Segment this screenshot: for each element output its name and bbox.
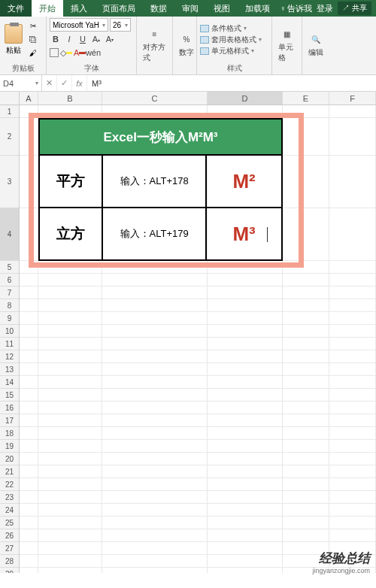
formula-input[interactable]: M³ [87,79,376,88]
format-painter-button[interactable]: 🖌 [26,47,40,59]
font-color-button[interactable]: A [74,47,86,59]
fill-color-button[interactable]: ◇ [60,47,72,59]
content-title[interactable]: Excel一秒输入M²M³ [38,118,283,156]
cancel-button[interactable]: ✕ [42,75,57,91]
cell-B4[interactable]: 立方 [40,208,103,259]
row-head-1[interactable]: 1 [0,105,19,118]
enter-button[interactable]: ✓ [57,75,72,91]
cell-D4[interactable]: M³ [207,208,281,259]
bucket-icon: ◇ [60,48,66,58]
row-head-21[interactable]: 21 [0,465,19,478]
tab-file[interactable]: 文件 [0,0,32,17]
row-head-22[interactable]: 22 [0,478,19,491]
magnifier-icon: 🔍 [308,32,323,47]
row-head-23[interactable]: 23 [0,491,19,504]
row-head-17[interactable]: 17 [0,414,19,427]
row-head-4[interactable]: 4 [0,208,19,261]
font-size-select[interactable]: 26▾ [110,18,131,32]
tab-review[interactable]: 审阅 [174,0,206,17]
tab-data[interactable]: 数据 [143,0,174,17]
watermark-cn: 经验总结 [312,550,370,567]
row-head-20[interactable]: 20 [0,453,19,465]
cell-D3[interactable]: M² [207,156,281,207]
row-head-10[interactable]: 10 [0,325,19,338]
group-clipboard: 粘贴 ✂ ⿻ 🖌 剪贴板 [0,17,47,74]
tab-layout[interactable]: 页面布局 [95,0,143,17]
font-grow-button[interactable]: A▴ [90,33,102,45]
select-all[interactable] [0,92,20,105]
watermark-en: jingyanzongjie.com [312,567,370,574]
row-head-13[interactable]: 13 [0,363,19,376]
cell-C4[interactable]: 输入：ALT+179 [103,208,207,259]
row-head-16[interactable]: 16 [0,402,19,414]
watermark: 经验总结 jingyanzongjie.com [312,550,370,574]
row-head-14[interactable]: 14 [0,376,19,389]
row-head-5[interactable]: 5 [0,261,19,274]
cells-button[interactable]: ▦ 单元格 [275,25,299,65]
row-head-15[interactable]: 15 [0,389,19,402]
row-head-11[interactable]: 11 [0,338,19,350]
conditional-format-button[interactable]: 条件格式▾ [200,23,262,34]
cell-C3[interactable]: 输入：ALT+178 [103,156,207,207]
number-button[interactable]: % 数字 [176,30,197,59]
x-icon: ✕ [46,78,53,88]
row-head-19[interactable]: 19 [0,440,19,453]
cell-style-icon [200,47,209,55]
ribbon: 粘贴 ✂ ⿻ 🖌 剪贴板 Microsoft YaH▾ 26▾ B I U A▴… [0,17,376,75]
tab-insert[interactable]: 插入 [63,0,95,17]
row-head-28[interactable]: 28 [0,555,19,568]
row-head-18[interactable]: 18 [0,427,19,440]
copy-button[interactable]: ⿻ [26,34,40,46]
row-head-8[interactable]: 8 [0,299,19,312]
border-button[interactable] [50,48,59,57]
row-head-9[interactable]: 9 [0,312,19,325]
col-head-A[interactable]: A [20,92,38,105]
row-head-25[interactable]: 25 [0,517,19,529]
cell-B3[interactable]: 平方 [40,156,103,207]
tab-addins[interactable]: 加载项 [238,0,277,17]
italic-button[interactable]: I [63,33,75,45]
font-shrink-button[interactable]: A▾ [104,33,116,45]
brush-icon: 🖌 [29,49,37,57]
row-head-24[interactable]: 24 [0,504,19,517]
table-format-button[interactable]: 套用表格格式▾ [200,35,262,45]
bold-button[interactable]: B [50,33,62,45]
editing-button[interactable]: 🔍 编辑 [305,30,326,59]
row-head-26[interactable]: 26 [0,529,19,542]
styles-group-label: 样式 [197,62,271,74]
tab-home[interactable]: 开始 [32,0,63,17]
phonetic-button[interactable]: wén [87,47,99,59]
group-number: % 数字 [173,17,197,74]
underline-button[interactable]: U [77,33,89,45]
name-box[interactable]: D4▾ [0,75,42,91]
col-head-B[interactable]: B [38,92,102,105]
percent-icon: % [179,32,194,47]
share-button[interactable]: ↗ 共享 [338,2,371,15]
row-head-12[interactable]: 12 [0,350,19,363]
font-name-select[interactable]: Microsoft YaH▾ [50,18,108,32]
align-icon: ≡ [147,26,162,41]
content-table: Excel一秒输入M²M³ 平方 输入：ALT+178 M² 立方 输入：ALT… [38,118,283,261]
col-head-E[interactable]: E [283,92,329,105]
tab-view[interactable]: 视图 [206,0,238,17]
align-button[interactable]: ≡ 对齐方式 [140,25,169,65]
cell-style-button[interactable]: 单元格样式▾ [200,46,262,56]
row-head-7[interactable]: 7 [0,286,19,299]
cells[interactable]: Excel一秒输入M²M³ 平方 输入：ALT+178 M² 立方 输入：ALT… [20,105,376,573]
col-head-C[interactable]: C [102,92,208,105]
clipboard-label: 剪贴板 [0,62,46,74]
row-head-6[interactable]: 6 [0,274,19,286]
col-head-F[interactable]: F [329,92,376,105]
col-headers: A B C D E F [0,92,376,105]
group-align: ≡ 对齐方式 [137,17,173,74]
row-head-2[interactable]: 2 [0,118,19,156]
fx-button[interactable]: fx [72,75,87,91]
row-head-3[interactable]: 3 [0,156,19,208]
tell-me-icon[interactable]: ♀告诉我 [280,3,312,14]
login-link[interactable]: 登录 [317,3,333,14]
row-head-29[interactable]: 29 [0,568,19,573]
cut-button[interactable]: ✂ [26,20,40,32]
row-head-27[interactable]: 27 [0,542,19,555]
col-head-D[interactable]: D [208,92,283,105]
paste-button[interactable]: 粘贴 [3,23,24,57]
